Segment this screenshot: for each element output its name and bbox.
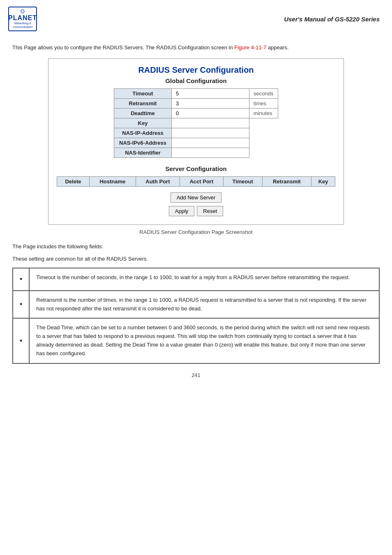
global-field-label: NAS-IPv6-Address	[114, 138, 172, 148]
global-config-table: TimeoutsecondsRetransmittimesDeadtimemin…	[114, 88, 278, 158]
global-field-value[interactable]	[172, 128, 249, 138]
reset-button[interactable]: Reset	[197, 206, 223, 216]
global-field-label: NAS-IP-Address	[114, 128, 172, 138]
desc-text: Retransmit is the number of times, in th…	[29, 291, 379, 319]
desc-bullet: •	[13, 268, 29, 291]
global-field-value[interactable]	[172, 98, 249, 108]
server-col-header: Retransmit	[262, 176, 311, 186]
global-field-label: Retransmit	[114, 98, 172, 108]
logo-sub-text: Networking & Communication	[11, 22, 35, 29]
logo-planet-text: PLANET	[8, 14, 37, 22]
config-box: RADIUS Server Configuration Global Confi…	[48, 58, 344, 225]
global-field-label: Timeout	[114, 88, 172, 98]
page-includes-text: The Page includes the following fields:	[12, 243, 380, 251]
intro-text-before: This Page allows you to configure the RA…	[12, 44, 234, 51]
config-box-title: RADIUS Server Configuration	[57, 65, 335, 75]
logo-box: PLANET Networking & Communication	[8, 7, 37, 31]
server-col-header: Hostname	[90, 176, 136, 186]
server-col-header: Acct Port	[180, 176, 223, 186]
global-field-value[interactable]	[172, 138, 249, 148]
add-server-row: Add New Server	[57, 192, 335, 203]
desc-text: Timeout is the number of seconds, in the…	[29, 268, 379, 291]
server-config-table: DeleteHostnameAuth PortAcct PortTimeoutR…	[57, 176, 335, 187]
server-col-header: Timeout	[223, 176, 262, 186]
description-table: •Timeout is the number of seconds, in th…	[12, 268, 380, 364]
global-field-label: NAS-Identifier	[114, 148, 172, 157]
desc-text: The Dead Time, which can be set to a num…	[29, 318, 379, 363]
global-field-unit: times	[249, 98, 278, 108]
global-field-value[interactable]	[172, 108, 249, 118]
page-header: PLANET Networking & Communication User's…	[0, 0, 392, 35]
header-title: User's Manual of GS-5220 Series	[284, 16, 380, 23]
global-field-unit: minutes	[249, 108, 278, 118]
add-new-server-button[interactable]: Add New Server	[171, 192, 222, 203]
global-field-value[interactable]	[172, 118, 249, 128]
desc-bullet: •	[13, 291, 29, 319]
server-col-header: Auth Port	[136, 176, 180, 186]
global-section-title: Global Configuration	[57, 77, 335, 84]
figure-link[interactable]: Figure 4-11-7	[234, 44, 266, 51]
logo-area: PLANET Networking & Communication	[8, 7, 37, 31]
desc-bullet: •	[13, 318, 29, 363]
global-field-value[interactable]	[172, 148, 249, 157]
server-col-header: Key	[311, 176, 335, 186]
global-field-value[interactable]	[172, 88, 249, 98]
global-field-unit: seconds	[249, 88, 278, 98]
intro-text-after: appears.	[266, 44, 288, 51]
apply-button[interactable]: Apply	[169, 206, 195, 216]
server-section-title: Server Configuration	[57, 165, 335, 172]
server-col-header: Delete	[57, 176, 90, 186]
intro-paragraph: This Page allows you to configure the RA…	[12, 44, 380, 52]
apply-reset-row: Apply Reset	[57, 206, 335, 216]
page-number: 241	[12, 372, 380, 386]
caption-text: RADIUS Server Configuration Page Screens…	[12, 229, 380, 235]
planet-globe-icon	[17, 9, 28, 14]
global-field-label: Deadtime	[114, 108, 172, 118]
global-field-label: Key	[114, 118, 172, 128]
settings-common-text: These setting are common for all of the …	[12, 255, 380, 264]
main-content: This Page allows you to configure the RA…	[0, 35, 392, 391]
